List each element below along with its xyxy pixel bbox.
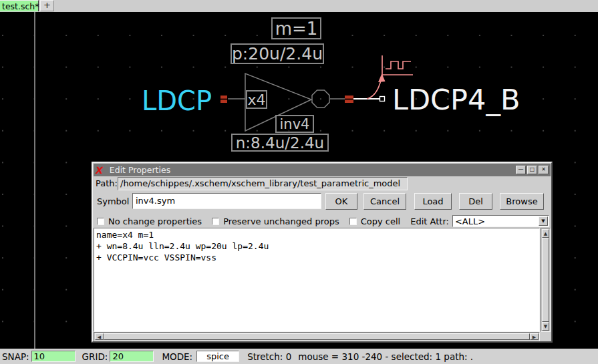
label-pin-terminal[interactable] bbox=[380, 97, 385, 102]
vertical-scrollbar[interactable]: ▲ ▼ bbox=[541, 228, 551, 332]
window-buttons: — □ ✕ bbox=[514, 166, 549, 174]
close-icon[interactable]: ✕ bbox=[539, 166, 549, 174]
snap-input[interactable]: 10 bbox=[31, 351, 76, 362]
load-button[interactable]: Load bbox=[414, 193, 452, 210]
horizontal-scroll-thumb[interactable] bbox=[104, 333, 530, 340]
path-value: /home/schippes/.xschem/xschem_library/te… bbox=[118, 177, 408, 190]
instance-name-label[interactable]: x4 bbox=[246, 90, 267, 109]
output-pin-band bbox=[345, 99, 353, 100]
del-button[interactable]: Del bbox=[459, 193, 492, 210]
stretch-status: Stretch: 0 bbox=[247, 351, 291, 362]
attr-label-m[interactable]: m=1 bbox=[271, 17, 321, 39]
snap-label: SNAP: bbox=[2, 351, 29, 362]
scroll-down-icon[interactable]: ▼ bbox=[542, 322, 549, 331]
vertical-scroll-thumb[interactable] bbox=[542, 238, 549, 322]
symbol-input[interactable]: inv4.sym bbox=[132, 193, 321, 209]
no-change-properties-label: No change properties bbox=[108, 216, 202, 226]
dialog-title: Edit Properties bbox=[110, 165, 170, 175]
grid-label: GRID: bbox=[82, 351, 108, 362]
browse-button[interactable]: Browse bbox=[500, 193, 544, 210]
scroll-left-icon[interactable]: ◀ bbox=[95, 333, 104, 340]
copy-cell-checkbox[interactable] bbox=[349, 218, 357, 225]
input-pin-band bbox=[220, 99, 227, 100]
symbol-label: Symbol bbox=[97, 196, 129, 206]
copy-cell-label: Copy cell bbox=[361, 216, 400, 226]
scroll-right-icon[interactable]: ▶ bbox=[530, 333, 539, 340]
chevron-down-icon[interactable]: ▼ bbox=[539, 216, 548, 226]
mode-input[interactable]: spice bbox=[196, 351, 239, 362]
minimize-icon[interactable]: — bbox=[516, 166, 526, 174]
net-label-ldcp4-b[interactable]: LDCP4_B bbox=[392, 83, 520, 116]
dialog-title-bar[interactable]: X Edit Properties — □ ✕ bbox=[94, 164, 551, 176]
attr-label-nmos[interactable]: n:8.4u/2.4u bbox=[231, 134, 329, 152]
mouse-status: mouse = 310 -240 - selected: 1 path: . bbox=[298, 351, 473, 362]
attr-label-pmos[interactable]: p:20u/2.4u bbox=[231, 43, 324, 64]
ok-button[interactable]: OK bbox=[325, 193, 357, 210]
maximize-icon[interactable]: □ bbox=[527, 166, 537, 174]
path-label: Path: bbox=[96, 178, 118, 188]
options-row: No change properties Preserve unchanged … bbox=[97, 215, 549, 227]
edit-attr-value: <ALL> bbox=[455, 216, 485, 226]
new-tab-button[interactable]: + bbox=[40, 0, 54, 11]
edit-attr-label: Edit Attr: bbox=[410, 216, 449, 226]
schematic-canvas[interactable]: m=1 p:20u/2.4u x4 inv4 n:8.4u/2.4u LDCP … bbox=[0, 12, 598, 349]
grid-input[interactable]: 20 bbox=[110, 351, 154, 362]
preserve-unchanged-props-checkbox[interactable] bbox=[212, 218, 219, 225]
output-bubble[interactable] bbox=[312, 90, 329, 108]
net-label-ldcp[interactable]: LDCP bbox=[142, 85, 212, 116]
tab-test-sch[interactable]: test.sch* bbox=[0, 0, 39, 11]
properties-textarea[interactable]: name=x4 m=1 + wn=8.4u lln=2.4u wp=20u lp… bbox=[94, 228, 540, 332]
mode-label: MODE: bbox=[162, 351, 192, 362]
preserve-unchanged-props-label: Preserve unchanged props bbox=[223, 216, 339, 226]
tab-bar: test.sch* + bbox=[0, 0, 598, 12]
cancel-button[interactable]: Cancel bbox=[363, 193, 406, 210]
horizontal-scrollbar[interactable]: ◀ ▶ bbox=[94, 332, 540, 341]
no-change-properties-checkbox[interactable] bbox=[97, 218, 104, 225]
xschem-logo-icon: X bbox=[95, 166, 104, 174]
cell-name-label[interactable]: inv4 bbox=[275, 115, 314, 133]
status-bar: SNAP: 10 GRID: 20 MODE: spice Stretch: 0… bbox=[0, 349, 598, 364]
edit-properties-dialog: X Edit Properties — □ ✕ Path: /home/schi… bbox=[92, 162, 553, 343]
edit-attr-combobox[interactable]: <ALL> ▼ bbox=[452, 215, 549, 227]
scroll-up-icon[interactable]: ▲ bbox=[542, 229, 549, 238]
